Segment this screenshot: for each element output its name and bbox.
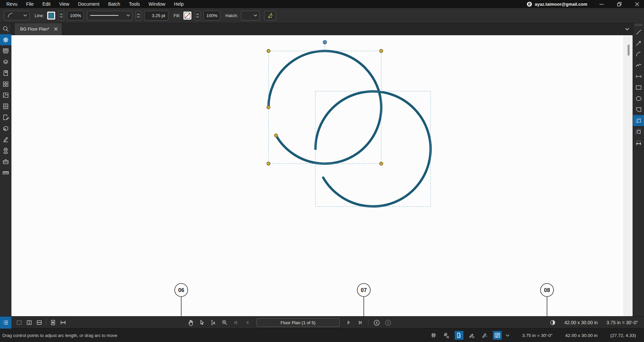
resize-handle-bottom-left[interactable] (267, 162, 270, 165)
select-button[interactable] (197, 318, 207, 328)
arc-style-dropdown[interactable] (4, 11, 30, 20)
3d-model-icon (2, 125, 9, 132)
last-page-button[interactable] (355, 318, 365, 328)
line-width-field[interactable]: 3.25 pt (144, 11, 168, 20)
sidebar-item-thumbnails[interactable] (0, 45, 11, 56)
fit-width-button[interactable] (58, 318, 68, 328)
thumbnails-icon (2, 47, 9, 55)
toolbar-grip-icon[interactable] (634, 23, 643, 26)
previous-page-button[interactable] (242, 318, 252, 328)
menu-view[interactable]: View (55, 0, 73, 8)
arc-endpoint-handle-1[interactable] (267, 106, 270, 109)
arc-markup-1[interactable] (268, 51, 381, 164)
snap-to-grid-toggle[interactable] (442, 331, 451, 340)
sidebar-item-spaces[interactable] (0, 90, 11, 101)
next-page-button[interactable] (344, 318, 354, 328)
fill-opacity-stepper[interactable] (195, 11, 200, 20)
tool-rectangle[interactable] (633, 82, 644, 93)
sidebar-item-digital-signatures[interactable] (0, 134, 11, 145)
tool-dimension[interactable] (633, 71, 644, 82)
tab-bg-floor-plan[interactable]: BG Floor Plan* (15, 23, 62, 35)
markups-list-toggle[interactable] (0, 317, 11, 329)
sidebar-item-3d-model-tree[interactable] (0, 123, 11, 134)
snap-to-content-toggle[interactable] (455, 331, 463, 340)
tool-polyline[interactable] (633, 60, 644, 71)
sidebar-item-toolbox[interactable] (0, 156, 11, 167)
previous-view-button[interactable] (371, 318, 382, 328)
resize-handle-bottom-right[interactable] (380, 162, 383, 165)
first-page-button[interactable] (231, 318, 241, 328)
sidebar-item-bookmarks[interactable] (0, 67, 11, 78)
scrollbar-thumb[interactable] (628, 45, 630, 56)
account-menu[interactable]: ayaz.taimoor@gmail.com (527, 1, 587, 7)
sidebar-item-properties[interactable] (0, 34, 11, 45)
chevron-down-icon (60, 16, 63, 18)
sidebar-item-tool-chest[interactable] (0, 78, 11, 90)
single-pane-button[interactable] (14, 318, 24, 328)
location-pin-icon (2, 147, 9, 154)
line-tool-icon (635, 28, 642, 36)
protractor-button[interactable] (264, 11, 276, 20)
reuse-icon (494, 332, 501, 339)
line-width-stepper[interactable] (136, 11, 141, 20)
grid-toggle[interactable] (429, 331, 438, 340)
fit-page-button[interactable] (48, 318, 58, 328)
resize-handle-top-left[interactable] (267, 49, 270, 53)
contrast-icon[interactable] (550, 320, 556, 326)
close-button[interactable] (635, 2, 639, 6)
rotation-handle[interactable] (323, 41, 327, 44)
sidebar-item-layers[interactable] (0, 56, 11, 67)
resize-handle-top-right[interactable] (380, 49, 383, 53)
menu-window[interactable]: Window (144, 0, 170, 8)
pan-button[interactable] (185, 318, 195, 328)
sidebar-item-places[interactable] (0, 145, 11, 156)
tool-sketch-dimension[interactable] (633, 137, 644, 148)
sidebar-item-markups-list[interactable] (0, 112, 11, 123)
document-canvas[interactable]: 06 07 08 (11, 35, 633, 316)
zoom-button[interactable] (219, 318, 230, 328)
tool-arc[interactable] (633, 49, 644, 60)
tab-close-icon[interactable] (54, 27, 58, 31)
menu-batch[interactable]: Batch (104, 0, 125, 8)
menu-edit[interactable]: Edit (38, 0, 55, 8)
restore-button[interactable] (617, 2, 622, 6)
sidebar-item-file-access[interactable] (0, 101, 11, 112)
line-opacity-stepper[interactable] (58, 11, 64, 20)
menu-help[interactable]: Help (170, 0, 188, 8)
tool-arrow[interactable] (633, 38, 644, 49)
fill-opacity-field[interactable]: 100% (203, 11, 220, 20)
split-vertical-button[interactable] (24, 318, 34, 328)
tool-sketch-polygon[interactable] (633, 115, 644, 126)
layers-icon (2, 58, 9, 66)
text-select-icon (210, 319, 216, 326)
arc-markup-2[interactable] (315, 92, 431, 207)
reuse-markup-toggle[interactable] (493, 331, 502, 340)
tool-line[interactable] (633, 26, 644, 38)
menu-file[interactable]: File (22, 0, 38, 8)
line-color-swatch[interactable] (47, 11, 55, 20)
sidebar-item-measurements[interactable] (0, 167, 11, 178)
menu-document[interactable]: Document (73, 0, 104, 8)
menu-revu[interactable]: Revu (2, 0, 22, 8)
page-indicator[interactable]: Floor Plan (1 of 5) (256, 318, 340, 327)
pen-input-toggle[interactable] (480, 331, 489, 340)
ellipse-tool-icon (635, 95, 642, 102)
sidebar-item-search[interactable] (0, 23, 11, 34)
snap-to-markup-toggle[interactable] (467, 331, 476, 340)
line-opacity-field[interactable]: 100% (67, 11, 84, 20)
vertical-scrollbar[interactable] (624, 35, 633, 316)
line-style-dropdown[interactable] (87, 11, 133, 20)
tool-sketch-shape[interactable] (633, 126, 644, 137)
select-text-button[interactable] (208, 318, 218, 328)
tool-ellipse[interactable] (633, 93, 644, 104)
next-view-button[interactable] (383, 318, 393, 328)
fill-color-swatch[interactable] (183, 11, 192, 20)
status-options-chevron-icon[interactable] (506, 334, 509, 337)
minimize-button[interactable] (599, 2, 604, 6)
menu-tools[interactable]: Tools (125, 0, 144, 8)
arc-endpoint-handle-2[interactable] (275, 134, 278, 137)
tool-polygon[interactable] (633, 104, 644, 115)
tab-list-chevron-icon[interactable] (625, 28, 629, 31)
split-horizontal-button[interactable] (34, 318, 44, 328)
hatch-dropdown[interactable] (241, 11, 260, 20)
